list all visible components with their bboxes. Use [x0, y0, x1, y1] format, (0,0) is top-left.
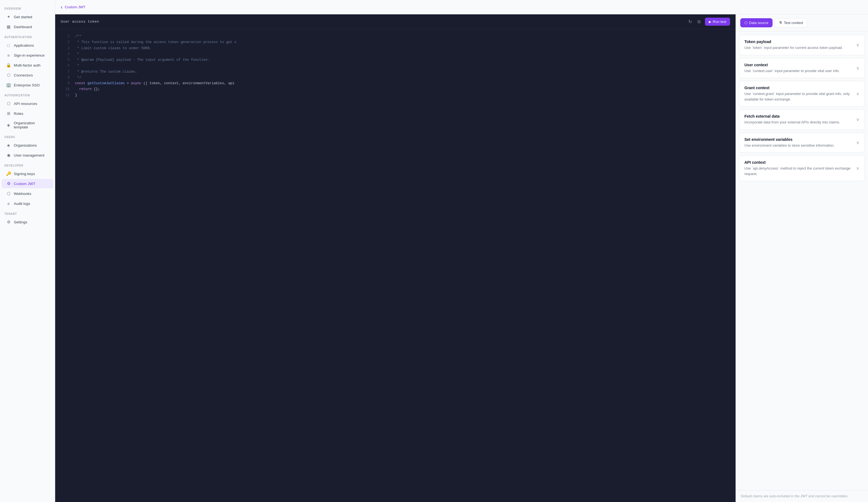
settings-label: Settings [14, 220, 27, 224]
accordion-header-api-context[interactable]: API contextUse `api.denyAccess` method t… [740, 156, 865, 181]
sidebar-item-user-management[interactable]: ◉User management [2, 150, 53, 160]
sidebar-item-organizations[interactable]: ◈Organizations [2, 141, 53, 150]
sidebar-item-api-resources[interactable]: ⬡API resources [2, 99, 53, 108]
line-content-1: /** [75, 34, 81, 40]
line-number-11: 11 [61, 92, 70, 98]
editor-header: User access token ↻ ⧉ ▶ Run test [55, 14, 736, 29]
signing-keys-icon: 🔑 [6, 171, 11, 176]
sidebar-item-applications[interactable]: □Applications [2, 41, 53, 50]
line-number-3: 3 [61, 46, 70, 51]
breadcrumb-current: Custom JWT [65, 5, 85, 9]
roles-label: Roles [14, 112, 23, 116]
accordion-desc-grant-context: Use `context.grant` input parameter to p… [744, 91, 853, 102]
code-line-7: 7 * @returns The custom claims. [55, 69, 736, 75]
code-editor-panel: User access token ↻ ⧉ ▶ Run test 1/**2 *… [55, 14, 736, 502]
user-management-label: User management [14, 153, 44, 158]
sidebar-section-authentication: Authentication [0, 32, 55, 40]
run-test-button[interactable]: ▶ Run test [705, 18, 730, 26]
custom-jwt-label: Custom JWT [14, 182, 35, 186]
sidebar-section-developer: Developer [0, 160, 55, 169]
panel-footer: Default claims are auto-included in the … [736, 490, 868, 502]
sidebar-item-dashboard[interactable]: ▦Dashboard [2, 22, 53, 31]
code-editor-body[interactable]: 1/**2 * This function is called during t… [55, 29, 736, 502]
accordion-header-grant-context[interactable]: Grant contextUse `context.grant` input p… [740, 81, 865, 106]
accordion-item-token-payload: Token payloadUse `token` input parameter… [739, 35, 865, 55]
accordion-desc-fetch-external: Incorporate data from your external APIs… [744, 120, 853, 125]
sign-in-label: Sign-in experience [14, 53, 45, 58]
sidebar-item-enterprise-sso[interactable]: 🏢Enterprise SSO [2, 80, 53, 90]
chevron-icon-fetch-external: ∨ [856, 117, 859, 122]
sidebar-item-get-started[interactable]: ✦Get started [2, 12, 53, 21]
code-line-4: 4 * [55, 51, 736, 57]
line-content-10: return {}; [75, 87, 100, 92]
code-line-9: 9const getCustomJwtClaims = async ({ tok… [55, 81, 736, 87]
webhooks-label: Webhooks [14, 192, 31, 196]
api-resources-label: API resources [14, 102, 37, 106]
line-number-6: 6 [61, 63, 70, 69]
sidebar-section-tenant: Tenant [0, 209, 55, 217]
tab-test-context[interactable]: ⚗Test context [775, 18, 807, 27]
code-line-2: 2 * This function is called during the a… [55, 40, 736, 45]
line-number-2: 2 [61, 40, 70, 45]
sidebar-item-roles[interactable]: ⊞Roles [2, 109, 53, 118]
line-content-6: * [75, 63, 79, 69]
accordion-header-env-variables[interactable]: Set environment variablesUse environment… [740, 133, 865, 153]
refresh-button[interactable]: ↻ [687, 18, 693, 26]
code-line-1: 1/** [55, 34, 736, 40]
code-line-10: 10 return {}; [55, 87, 736, 92]
copy-button[interactable]: ⧉ [696, 18, 702, 26]
sidebar-item-custom-jwt[interactable]: ⚙Custom JWT [2, 179, 53, 188]
sidebar-section-users: Users [0, 132, 55, 140]
line-content-2: * This function is called during the acc… [75, 40, 236, 45]
sidebar-item-audit-logs[interactable]: ≡Audit logs [2, 199, 53, 208]
line-number-5: 5 [61, 57, 70, 63]
accordion-header-token-payload[interactable]: Token payloadUse `token` input parameter… [740, 35, 865, 55]
connectors-label: Connectors [14, 73, 33, 77]
enterprise-sso-label: Enterprise SSO [14, 83, 40, 87]
accordion-title-api-context: API context [744, 160, 853, 164]
line-content-11: } [75, 92, 77, 98]
accordion-desc-token-payload: Use `token` input parameter for current … [744, 45, 853, 51]
connectors-icon: ⬡ [6, 73, 11, 78]
audit-logs-label: Audit logs [14, 202, 30, 206]
sidebar-item-webhooks[interactable]: ⬡Webhooks [2, 189, 53, 198]
line-number-9: 9 [61, 81, 70, 86]
accordion-header-user-context[interactable]: User contextUse `context.user` input par… [740, 58, 865, 78]
main-content: ‹ Custom JWT User access token ↻ ⧉ ▶ Run… [55, 0, 868, 502]
back-arrow-icon[interactable]: ‹ [61, 4, 63, 10]
breadcrumb: ‹ Custom JWT [55, 0, 868, 14]
sidebar-item-mfa[interactable]: 🔒Multi-factor auth [2, 60, 53, 70]
accordion-title-env-variables: Set environment variables [744, 137, 853, 142]
sidebar-item-settings[interactable]: ⚙Settings [2, 217, 53, 227]
accordion-desc-env-variables: Use environment variables to store sensi… [744, 143, 853, 148]
data-source-tab-label: Data source [749, 21, 768, 25]
accordion-list: Token payloadUse `token` input parameter… [736, 31, 868, 184]
sidebar-item-sign-in[interactable]: ≡Sign-in experience [2, 51, 53, 60]
applications-label: Applications [14, 43, 34, 48]
sidebar: Overview✦Get started▦DashboardAuthentica… [0, 0, 55, 502]
applications-icon: □ [6, 43, 11, 48]
get-started-label: Get started [14, 15, 32, 19]
line-content-3: * Limit custom claims to under 50KB. [75, 46, 152, 51]
line-content-9: const getCustomJwtClaims = async ({ toke… [75, 81, 235, 87]
sidebar-item-connectors[interactable]: ⬡Connectors [2, 70, 53, 80]
tab-data-source[interactable]: ⬡Data source [740, 18, 773, 27]
org-template-icon: ◈ [6, 123, 11, 128]
get-started-icon: ✦ [6, 14, 11, 19]
accordion-item-user-context: User contextUse `context.user` input par… [739, 58, 865, 78]
line-number-4: 4 [61, 51, 70, 57]
settings-icon: ⚙ [6, 220, 11, 224]
line-number-8: 8 [61, 75, 70, 80]
sidebar-item-org-template[interactable]: ◈Organization template [2, 119, 53, 131]
editor-title: User access token [61, 20, 99, 24]
accordion-desc-api-context: Use `api.denyAccess` method to reject th… [744, 166, 853, 177]
line-content-4: * [75, 51, 79, 57]
content-area: User access token ↻ ⧉ ▶ Run test 1/**2 *… [55, 14, 868, 502]
accordion-title-user-context: User context [744, 63, 853, 67]
line-content-8: */ [75, 75, 81, 81]
accordion-header-fetch-external[interactable]: Fetch external dataIncorporate data from… [740, 110, 865, 130]
user-management-icon: ◉ [6, 153, 11, 158]
code-line-11: 11} [55, 92, 736, 98]
run-test-play-icon: ▶ [709, 20, 711, 24]
sidebar-item-signing-keys[interactable]: 🔑Signing keys [2, 169, 53, 178]
